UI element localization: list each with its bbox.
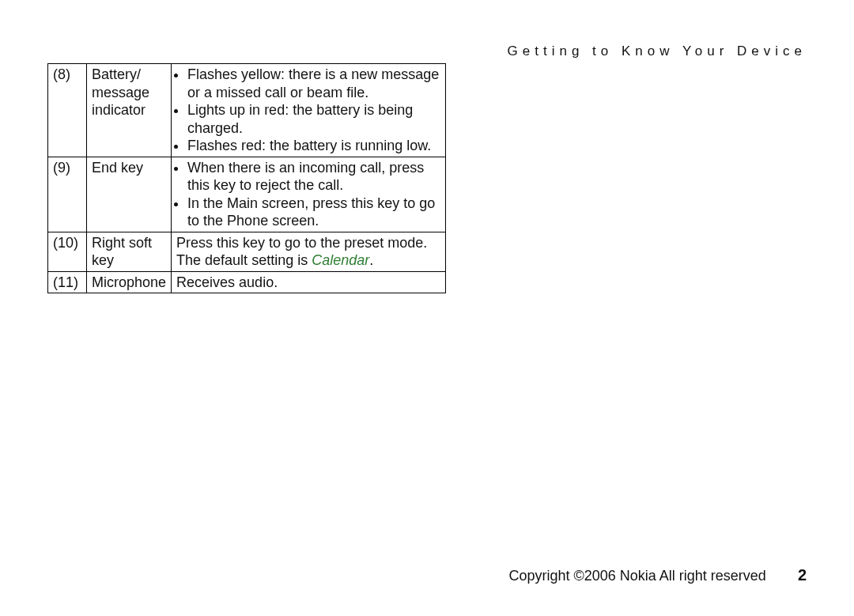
row-number: (9) bbox=[48, 157, 87, 232]
device-parts-table: (8) Battery/ message indicator Flashes y… bbox=[47, 63, 446, 293]
row-desc: Flashes yellow: there is a new message o… bbox=[172, 64, 446, 157]
desc-bullet: Flashes yellow: there is a new message o… bbox=[187, 66, 440, 101]
row-desc: When there is an incoming call, press th… bbox=[172, 157, 446, 232]
row-desc: Press this key to go to the preset mode.… bbox=[172, 232, 446, 271]
page-number: 2 bbox=[798, 566, 807, 584]
row-name: End key bbox=[87, 157, 172, 232]
table-row: (8) Battery/ message indicator Flashes y… bbox=[48, 64, 446, 157]
desc-text: . bbox=[369, 252, 373, 268]
page: Getting to Know Your Device (8) Battery/… bbox=[0, 0, 854, 616]
desc-emphasis: Calendar bbox=[312, 252, 369, 268]
desc-text: Press this key to go to the preset mode.… bbox=[176, 235, 427, 269]
row-desc: Receives audio. bbox=[172, 271, 446, 293]
copyright-text: Copyright ©2006 Nokia All right reserved bbox=[508, 568, 765, 584]
row-name: Right soft key bbox=[87, 232, 172, 271]
row-number: (8) bbox=[48, 64, 87, 157]
desc-bullet: When there is an incoming call, press th… bbox=[187, 159, 440, 195]
table-row: (10) Right soft key Press this key to go… bbox=[48, 232, 446, 271]
desc-bullet: In the Main screen, press this key to go… bbox=[187, 195, 440, 230]
running-header: Getting to Know Your Device bbox=[508, 43, 807, 59]
table-row: (11) Microphone Receives audio. bbox=[48, 271, 446, 293]
row-name: Battery/ message indicator bbox=[87, 64, 172, 157]
desc-bullet: Flashes red: the battery is running low. bbox=[187, 137, 440, 155]
row-name: Microphone bbox=[87, 271, 172, 293]
row-number: (10) bbox=[48, 232, 87, 271]
table-row: (9) End key When there is an incoming ca… bbox=[48, 157, 446, 232]
page-footer: Copyright ©2006 Nokia All right reserved… bbox=[0, 566, 854, 584]
desc-bullet: Lights up in red: the battery is being c… bbox=[187, 101, 440, 137]
row-number: (11) bbox=[48, 271, 87, 293]
